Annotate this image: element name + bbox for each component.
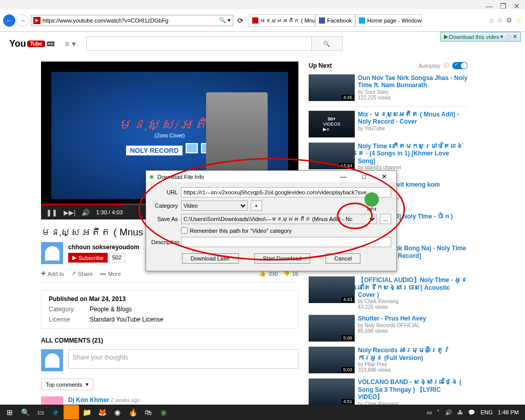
subscribe-button[interactable]: ▶ Subscribe — [68, 253, 108, 263]
forward-button[interactable]: → — [16, 14, 29, 27]
suggested-video[interactable]: 4:45 Oun Nov Tae Nirk Songsa Jhas - Noly… — [309, 74, 468, 101]
back-button[interactable]: ← — [3, 14, 15, 27]
clock[interactable]: 1:48 PM — [498, 409, 519, 415]
published-date: Published on Mar 24, 2013 — [49, 295, 291, 303]
video-item-channel: by Noly Records OFFICIAL — [358, 323, 426, 328]
comment-sort-dropdown[interactable]: Top comments ▾ — [41, 378, 93, 390]
player-subtext: (Zono Cover) — [155, 133, 185, 138]
pause-button[interactable]: ❚❚ — [46, 209, 57, 216]
video-thumbnail[interactable]: 4:45 — [309, 74, 355, 101]
window-controls: — ❐ ✕ — [480, 0, 525, 12]
video-item-title: Mix - មនុស្សអតីត ( Mnus Adit) - Noly Rec… — [358, 111, 468, 126]
app2-taskbar[interactable]: 🔥 — [125, 405, 140, 419]
network-tray-icon[interactable]: 🖧 — [457, 409, 463, 415]
saveas-input[interactable]: C:\Users\Sorn\Downloads\Video\---មនុស្សអ… — [181, 214, 377, 224]
dialog-close[interactable]: ✕ — [375, 173, 393, 181]
channel-avatar[interactable] — [41, 242, 63, 264]
taskbar: ⊞ 🔍 ▭ e 📁 🦊 ◉ 🔥 🛍 ◉ ▭ ˄ 🔊 🖧 💬 ENG 1:48 P… — [0, 405, 525, 420]
firefox-taskbar[interactable]: 🦊 — [94, 405, 110, 419]
minimize-button[interactable]: — — [486, 2, 493, 10]
video-thumbnail[interactable]: 50+VIDEOS▶≡ — [309, 111, 355, 137]
dialog-minimize[interactable]: — — [334, 173, 353, 181]
store-taskbar[interactable]: 🛍 — [140, 405, 156, 419]
suggested-video[interactable]: 5:03 Noly Records អារម្មណ៍ត្រូវការអូន (F… — [309, 347, 468, 373]
youtube-favicon: ▶ — [33, 17, 41, 24]
description-input[interactable] — [181, 237, 391, 247]
task-view[interactable]: ▭ — [33, 405, 48, 419]
refresh-button[interactable]: ⟳ — [237, 16, 244, 25]
tab-windows[interactable]: Home page - Windows I... — [355, 14, 422, 27]
guide-button[interactable]: ≡ ▾ — [65, 39, 76, 49]
comment-input[interactable]: Share your thoughts — [68, 349, 298, 369]
browse-button[interactable]: ... — [380, 214, 391, 224]
tray-up-icon[interactable]: ˄ — [437, 409, 440, 416]
search-taskbar[interactable]: 🔍 — [17, 405, 33, 419]
dialog-title: Download File Info — [157, 174, 204, 180]
suggested-video[interactable]: 50+VIDEOS▶≡ Mix - មនុស្សអតីត ( Mnus Adit… — [309, 111, 468, 137]
tab-youtube[interactable]: មនុស្សអតីត ( Mnus A... × — [249, 14, 315, 27]
noly-record-label: NOLY RECORD — [126, 146, 183, 155]
search-input[interactable] — [87, 37, 311, 50]
explorer-taskbar[interactable]: 📁 — [79, 405, 94, 419]
idm-taskbar[interactable]: ◉ — [156, 405, 171, 419]
cancel-button[interactable]: Cancel — [326, 253, 360, 264]
search-button[interactable]: 🔍 — [311, 37, 342, 50]
share-button[interactable]: ↗ Share — [71, 270, 93, 277]
steam-taskbar[interactable]: ◉ — [110, 405, 125, 419]
address-bar[interactable]: ▶ https://www.youtube.com/watch?v=COr81z… — [31, 15, 233, 26]
favorites-icon[interactable]: ☆ — [497, 16, 503, 24]
time-display: 1:30 / 4:03 — [96, 209, 123, 215]
region-badge: KH — [47, 42, 54, 46]
subscriber-count: 502 — [109, 253, 125, 263]
url-input[interactable] — [181, 187, 391, 197]
smiley-icon[interactable]: ☺ — [515, 16, 522, 24]
start-button[interactable]: ⊞ — [2, 405, 17, 419]
tray-icon[interactable]: ▭ — [427, 409, 432, 416]
next-button[interactable]: ▶▶| — [64, 209, 75, 216]
suggested-video[interactable]: 5:06 Shutter - Prus Het Avey by Noly Rec… — [309, 315, 468, 342]
video-thumbnail[interactable]: 4:43 — [309, 276, 355, 303]
suggested-video[interactable]: 4:43 【OFFICIAL AUDIO】Noly TIme - អូននៅតែ… — [309, 276, 468, 310]
volume-tray-icon[interactable]: 🔊 — [445, 409, 452, 416]
start-download-button[interactable]: Start Download — [254, 253, 310, 264]
info-icon[interactable]: ⓘ — [443, 62, 449, 69]
video-item-title: Noly Records អារម្មណ៍ត្រូវការអូន (Full V… — [358, 347, 468, 362]
ie-taskbar[interactable]: e — [48, 405, 64, 419]
video-item-channel: by Sour Sdey — [358, 89, 468, 95]
ie-favicon — [359, 17, 365, 24]
video-thumbnail[interactable]: 5:06 — [309, 315, 355, 342]
home-icon[interactable]: ⌂ — [490, 16, 494, 24]
search-dropdown-icon[interactable]: 🔍 ▾ — [219, 17, 231, 24]
action-center-icon[interactable]: 💬 — [468, 409, 475, 416]
tab-bar: មនុស្សអតីត ( Mnus A... × Facebook Home p… — [249, 14, 422, 27]
lang-indicator[interactable]: ENG — [480, 409, 493, 415]
video-item-channel: by Chek Ravoang — [358, 298, 468, 304]
app1-taskbar[interactable] — [64, 405, 79, 419]
video-item-channel: by island's channel — [358, 165, 468, 170]
video-thumbnail[interactable]: 14:44 — [309, 143, 355, 169]
settings-icon[interactable]: ⚙ — [506, 16, 512, 24]
more-button[interactable]: ••• More — [100, 271, 121, 277]
category-select[interactable]: Video — [181, 201, 248, 211]
facebook-favicon — [319, 17, 325, 24]
autoplay-toggle[interactable]: ✓ — [452, 62, 468, 69]
commenter-name[interactable]: Dj Kon Khmer — [68, 396, 109, 404]
youtube-logo[interactable]: YouTube KH — [9, 38, 54, 49]
channel-name[interactable]: chhoun soksereyoudom — [68, 244, 139, 251]
remember-path-checkbox[interactable] — [181, 227, 188, 234]
add-category-button[interactable]: + — [251, 201, 262, 211]
download-video-banner[interactable]: ▶Download this video▾⚪✕ — [440, 32, 521, 42]
video-thumbnail[interactable]: 5:03 — [309, 347, 355, 373]
tab-facebook[interactable]: Facebook — [315, 14, 355, 27]
dialog-maximize[interactable]: □ — [356, 173, 372, 181]
volume-button[interactable]: 🔊 — [82, 209, 90, 216]
close-button[interactable]: ✕ — [514, 2, 520, 10]
add-to-button[interactable]: ✚ Add to — [41, 270, 64, 277]
upnext-label: Up Next — [309, 62, 332, 69]
file-type-icon: MP4 — [362, 192, 381, 212]
video-actions: ✚ Add to ↗ Share ••• More 👍 330 👎 16 — [41, 270, 298, 283]
maximize-button[interactable]: ❐ — [500, 2, 507, 10]
download-later-button[interactable]: Download Later — [182, 253, 239, 264]
ie-toolbar: ← → ▶ https://www.youtube.com/watch?v=CO… — [0, 9, 525, 32]
video-thumbnail[interactable]: 4:51 — [309, 378, 355, 405]
